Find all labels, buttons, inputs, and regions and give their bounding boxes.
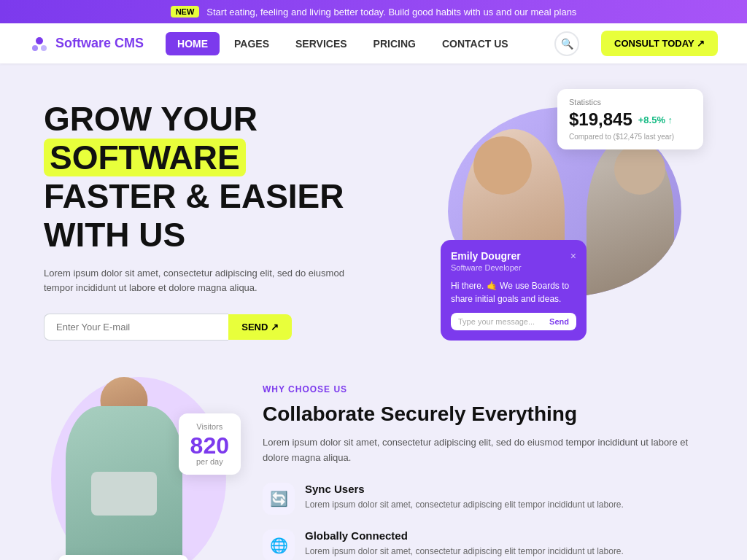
person-section: Visitors 820 per day Your Name Software … bbox=[44, 370, 233, 560]
feature-text-2: Globally Connected Lorem ipsum dolor sit… bbox=[305, 529, 624, 558]
chat-message: Hi there. 🤙 We use Boards to share initi… bbox=[451, 279, 576, 306]
logo[interactable]: Software CMS bbox=[29, 34, 144, 54]
feature-title-2: Globally Connected bbox=[305, 529, 624, 542]
hero-description: Lorem ipsum dolor sit amet, consectetur … bbox=[44, 266, 350, 297]
stats-value: $19,845 bbox=[569, 109, 632, 130]
sync-icon: 🔄 bbox=[263, 483, 295, 515]
feature-item-2: 🌐 Globally Connected Lorem ipsum dolor s… bbox=[263, 529, 703, 560]
stats-card: Statistics $19,845 +8.5% ↑ Compared to (… bbox=[557, 89, 703, 149]
chat-placeholder[interactable]: Type your message... bbox=[458, 317, 535, 326]
chat-name: Emily Dougrer bbox=[451, 250, 521, 262]
nav-item-contact[interactable]: CONTACT US bbox=[430, 32, 520, 55]
stats-compare: Compared to ($12,475 last year) bbox=[569, 133, 692, 141]
top-banner: NEW Start eating, feeling and living bet… bbox=[0, 0, 747, 23]
svg-point-2 bbox=[41, 45, 47, 51]
email-input[interactable] bbox=[44, 314, 228, 341]
hero-right: Statistics $19,845 +8.5% ↑ Compared to (… bbox=[397, 93, 703, 341]
nav-item-pages[interactable]: PAGES bbox=[222, 32, 281, 55]
chat-close-icon[interactable]: × bbox=[570, 250, 576, 262]
banner-badge: NEW bbox=[171, 6, 200, 18]
send-button[interactable]: SEND ↗ bbox=[228, 314, 292, 340]
feature-title-1: Sync Users bbox=[305, 483, 624, 495]
feature-desc-1: Lorem ipsum dolor sit amet, consectetur … bbox=[305, 498, 624, 511]
consult-button[interactable]: CONSULT TODAY ↗ bbox=[601, 31, 718, 56]
chat-role: Software Developer bbox=[451, 263, 576, 272]
svg-point-0 bbox=[36, 37, 43, 44]
right-content: WHY CHOOSE US Collaborate Securely Every… bbox=[263, 370, 703, 560]
hero-section: Grow Your SOFTWARE Faster & Easier With … bbox=[0, 63, 747, 355]
hero-title: Grow Your SOFTWARE Faster & Easier With … bbox=[44, 100, 397, 254]
email-form: SEND ↗ bbox=[44, 314, 292, 341]
feature-desc-2: Lorem ipsum dolor sit amet, consectetur … bbox=[305, 545, 624, 558]
section-description: Lorem ipsum dolor sit amet, consectetur … bbox=[263, 435, 703, 466]
chat-input-area: Type your message... Send bbox=[451, 313, 576, 330]
hero-highlight: SOFTWARE bbox=[44, 139, 246, 176]
search-icon[interactable]: 🔍 bbox=[554, 31, 579, 56]
visitors-count: 820 bbox=[190, 434, 229, 457]
bottom-section: Visitors 820 per day Your Name Software … bbox=[0, 355, 747, 560]
nav-item-pricing[interactable]: PRICING bbox=[362, 32, 427, 55]
chat-header: Emily Dougrer × bbox=[451, 250, 576, 262]
logo-text: Software CMS bbox=[55, 36, 144, 51]
nav-item-home[interactable]: HOME bbox=[166, 32, 220, 55]
visitors-label: Visitors bbox=[190, 422, 229, 431]
visitors-per: per day bbox=[190, 457, 229, 466]
chat-card: Emily Dougrer × Software Developer Hi th… bbox=[441, 240, 587, 341]
nav-links: HOME PAGES SERVICES PRICING CONTACT US bbox=[166, 32, 533, 55]
chat-send-button[interactable]: Send bbox=[549, 317, 569, 326]
stats-label: Statistics bbox=[569, 98, 692, 106]
why-label: WHY CHOOSE US bbox=[263, 384, 703, 394]
logo-icon bbox=[29, 34, 50, 54]
globe-icon: 🌐 bbox=[263, 529, 295, 560]
banner-text: Start eating, feeling and living better … bbox=[206, 7, 576, 18]
navbar: Software CMS HOME PAGES SERVICES PRICING… bbox=[0, 23, 747, 63]
stats-change: +8.5% ↑ bbox=[638, 114, 673, 125]
svg-point-1 bbox=[32, 45, 38, 51]
feature-text-1: Sync Users Lorem ipsum dolor sit amet, c… bbox=[305, 483, 624, 511]
nav-item-services[interactable]: SERVICES bbox=[284, 32, 359, 55]
hero-left: Grow Your SOFTWARE Faster & Easier With … bbox=[44, 93, 397, 341]
visitors-card: Visitors 820 per day bbox=[179, 413, 241, 475]
name-card: Your Name Software Developer 🔔 bbox=[58, 555, 188, 560]
feature-item-1: 🔄 Sync Users Lorem ipsum dolor sit amet,… bbox=[263, 483, 703, 515]
section-title: Collaborate Securely Everything bbox=[263, 402, 703, 427]
